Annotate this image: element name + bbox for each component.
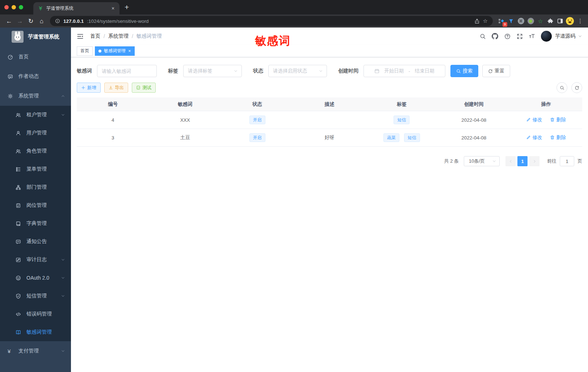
sidebar-item-sensitive-word[interactable]: 敏感词管理 <box>0 323 71 341</box>
cell-id: 3 <box>77 135 149 141</box>
browser-profile-avatar[interactable] <box>565 16 575 26</box>
side-panel-icon[interactable] <box>555 16 565 26</box>
page-size-select[interactable]: 10条/页 <box>464 156 500 166</box>
breadcrumb-system[interactable]: 系统管理 <box>108 33 129 39</box>
tag-close-icon[interactable]: × <box>128 49 131 53</box>
sidebar-item-notice[interactable]: 通知公告 <box>0 233 71 251</box>
shield-check-icon <box>16 293 21 299</box>
fullscreen-icon[interactable] <box>513 30 526 42</box>
sidebar-item-tenant[interactable]: 租户管理 <box>0 106 71 124</box>
url-bar[interactable]: 127.0.0.1 :1024/system/sensitive-word ☆ <box>50 16 493 26</box>
delete-link[interactable]: 删除 <box>550 117 566 123</box>
forward-icon[interactable]: → <box>14 18 25 24</box>
font-size-icon[interactable] <box>526 30 538 42</box>
search-button[interactable]: 搜索 <box>450 65 478 77</box>
extension-star-icon[interactable]: ☆ <box>536 16 545 26</box>
edit-link[interactable]: 修改 <box>526 134 542 141</box>
extension-funnel-icon[interactable] <box>506 16 516 26</box>
sidebar-item-audit-log[interactable]: 审计日志 <box>0 251 71 269</box>
next-page-button[interactable] <box>529 156 539 166</box>
github-icon[interactable] <box>489 30 501 42</box>
browser-menu-icon[interactable]: ⋮ <box>575 18 584 24</box>
user-menu-caret-icon[interactable] <box>578 34 582 38</box>
browser-tab[interactable]: 芋道管理系统 × <box>33 2 119 14</box>
users-icon <box>16 112 21 118</box>
goto-page-input[interactable] <box>560 156 574 166</box>
page-unit: 页 <box>578 158 582 164</box>
pagination: 共 2 条 10条/页 1 前往 页 <box>77 156 582 166</box>
add-button[interactable]: 新增 <box>77 83 101 93</box>
keyword-input[interactable] <box>97 65 157 77</box>
sidebar-item-role[interactable]: 角色管理 <box>0 142 71 160</box>
sidebar-menu: 首页 作者动态 系统管理 租户管理 用户管理 <box>0 46 71 361</box>
minimize-window-button[interactable] <box>12 5 16 9</box>
keyword-label: 敏感词 <box>77 68 92 74</box>
chevron-down-icon <box>319 69 323 73</box>
sidebar-item-author[interactable]: 作者动态 <box>0 67 71 86</box>
table-header-row: 编号 敏感词 状态 描述 标签 创建时间 操作 <box>77 97 582 111</box>
sidebar-item-dict[interactable]: 字典管理 <box>0 214 71 233</box>
chevron-down-icon <box>61 113 65 117</box>
app-logo-row[interactable]: 芋道管理系统 <box>0 28 71 46</box>
bookmark-star-icon[interactable]: ☆ <box>483 18 488 24</box>
page-number-current[interactable]: 1 <box>517 156 528 166</box>
site-info-icon[interactable] <box>55 18 60 24</box>
extension-command-icon[interactable]: ⌘ <box>516 16 526 26</box>
sidebar-item-oauth[interactable]: OAuth 2.0 <box>0 269 71 287</box>
sidebar-item-pay[interactable]: ¥ 支付管理 <box>0 341 71 361</box>
sidebar-item-error-code[interactable]: 错误码管理 <box>0 305 71 323</box>
toggle-search-button[interactable] <box>556 82 567 93</box>
refresh-button[interactable] <box>571 82 582 93</box>
tag-label: 标签 <box>168 68 178 74</box>
help-icon[interactable] <box>501 30 513 42</box>
browser-toolbar: ← → ↻ ⌂ 127.0.0.1 :1024/system/sensitive… <box>0 14 588 28</box>
tag-select[interactable]: 请选择标签 <box>183 65 242 77</box>
gear-icon <box>8 93 13 99</box>
edit-link[interactable]: 修改 <box>526 117 542 123</box>
new-tab-button[interactable]: + <box>125 3 129 12</box>
sidebar-item-system[interactable]: 系统管理 <box>0 86 71 106</box>
date-start-placeholder: 开始日期 <box>384 68 404 74</box>
sidebar-item-dept[interactable]: 部门管理 <box>0 178 71 196</box>
close-window-button[interactable] <box>4 5 9 9</box>
username[interactable]: 芋道源码 <box>555 33 575 39</box>
dictionary-book-icon <box>16 221 21 226</box>
status-select[interactable]: 请选择启用状态 <box>268 65 327 77</box>
extensions-puzzle-icon[interactable] <box>545 16 555 26</box>
sidebar-item-post[interactable]: 岗位管理 <box>0 196 71 214</box>
breadcrumb-home[interactable]: 首页 <box>90 33 100 39</box>
delete-link[interactable]: 删除 <box>550 134 566 141</box>
maximize-window-button[interactable] <box>19 5 23 9</box>
reload-icon[interactable]: ↻ <box>25 18 36 24</box>
sidebar-item-sms[interactable]: 短信管理 <box>0 287 71 305</box>
home-icon[interactable]: ⌂ <box>36 18 47 24</box>
export-button[interactable]: 导出 <box>104 83 128 93</box>
prev-page-button[interactable] <box>505 156 516 166</box>
reset-button[interactable]: 重置 <box>482 65 510 77</box>
back-icon[interactable]: ← <box>4 18 14 24</box>
browser-chrome: 芋道管理系统 × + ← → ↻ ⌂ 127.0.0.1 :1024/syste… <box>0 0 588 28</box>
collapse-sidebar-icon[interactable] <box>77 33 84 40</box>
extension-grid-icon[interactable]: 9 <box>496 16 506 26</box>
extension-record-icon[interactable] <box>526 16 536 26</box>
user-avatar[interactable] <box>541 31 552 42</box>
cell-created: 2022-04-08 <box>438 117 510 123</box>
date-range-picker[interactable]: 开始日期 - 结束日期 <box>364 65 445 77</box>
chevron-up-icon <box>61 94 65 98</box>
search-icon[interactable] <box>476 30 489 42</box>
tag-view-sensitive-word[interactable]: 敏感词管理 × <box>95 46 135 56</box>
sidebar-item-user[interactable]: 用户管理 <box>0 124 71 142</box>
cell-word: XXX <box>149 117 221 123</box>
tag-view-home[interactable]: 首页 <box>77 46 93 56</box>
badge-icon <box>16 203 21 208</box>
sidebar-item-menu-mgmt[interactable]: 菜单管理 <box>0 160 71 178</box>
status-label: 状态 <box>253 68 263 74</box>
tab-close-icon[interactable]: × <box>110 5 116 11</box>
sidebar-item-home[interactable]: 首页 <box>0 47 71 67</box>
url-host: 127.0.0.1 <box>63 18 84 24</box>
cell-word: 土豆 <box>149 134 221 141</box>
test-button[interactable]: 测试 <box>132 83 156 93</box>
page-content: 敏感词 标签 请选择标签 状态 请选择启用状态 <box>71 57 588 372</box>
open-book-icon <box>16 330 21 335</box>
share-icon[interactable] <box>474 18 480 24</box>
